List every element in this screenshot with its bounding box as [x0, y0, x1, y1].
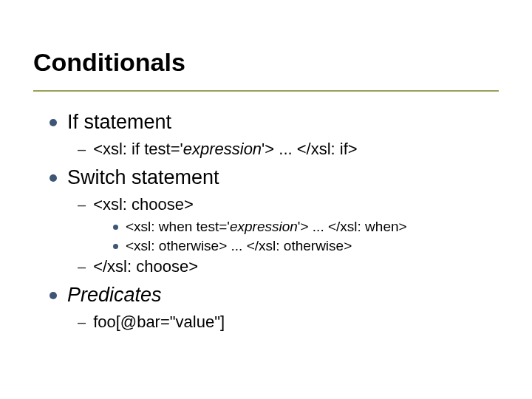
bullet-disc-icon	[113, 244, 118, 249]
bullet-switch-statement: Switch statement	[50, 166, 499, 189]
page-title: Conditionals	[33, 48, 499, 77]
bullet-xsl-if: – <xsl: if test='expression'> ... </xsl:…	[78, 140, 499, 159]
code-prefix: <xsl: when test='	[126, 219, 230, 234]
dash-icon: –	[78, 259, 86, 276]
bullet-xsl-choose-open: – <xsl: choose>	[78, 195, 499, 214]
code-suffix: '> ... </xsl: when>	[298, 219, 407, 234]
code-expression: expression	[230, 219, 298, 234]
bullet-text: Switch statement	[67, 166, 219, 189]
bullet-text: Predicates	[67, 284, 162, 307]
bullet-predicates: Predicates	[50, 284, 499, 307]
bullet-disc-icon	[50, 119, 57, 126]
dash-icon: –	[78, 314, 86, 331]
bullet-xsl-when: <xsl: when test='expression'> ... </xsl:…	[113, 219, 499, 235]
bullet-xsl-otherwise: <xsl: otherwise> ... </xsl: otherwise>	[113, 238, 499, 254]
code-suffix: '> ... </xsl: if>	[262, 140, 358, 158]
bullet-text: <xsl: if test='expression'> ... </xsl: i…	[93, 140, 358, 159]
bullet-predicate-example: – foo[@bar="value"]	[78, 313, 499, 332]
code-prefix: <xsl: if test='	[93, 140, 183, 158]
bullet-text: <xsl: choose>	[93, 195, 194, 214]
bullet-text: <xsl: when test='expression'> ... </xsl:…	[126, 219, 407, 235]
bullet-disc-icon	[50, 292, 57, 299]
slide: Conditionals If statement – <xsl: if tes…	[0, 0, 532, 351]
bullet-xsl-choose-close: – </xsl: choose>	[78, 257, 499, 276]
title-underline	[33, 90, 499, 92]
dash-icon: –	[78, 197, 86, 214]
bullet-if-statement: If statement	[50, 111, 499, 134]
bullet-text: foo[@bar="value"]	[93, 313, 225, 332]
bullet-disc-icon	[113, 225, 118, 230]
dash-icon: –	[78, 141, 86, 158]
bullet-text: <xsl: otherwise> ... </xsl: otherwise>	[126, 238, 352, 254]
bullet-text: </xsl: choose>	[93, 257, 198, 276]
bullet-text: If statement	[67, 111, 171, 134]
code-expression: expression	[183, 140, 262, 158]
bullet-disc-icon	[50, 174, 57, 182]
